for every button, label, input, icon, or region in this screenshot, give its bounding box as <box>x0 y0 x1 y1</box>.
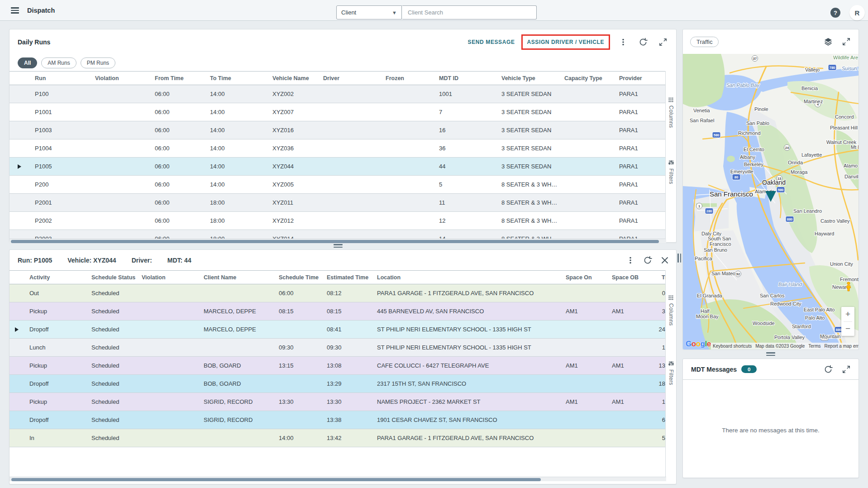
column-header[interactable]: Vehicle Type <box>496 75 559 81</box>
activity-row[interactable]: PickupScheduledBOB, GOARD13:1513:08CAFE … <box>10 357 666 375</box>
refresh-icon[interactable] <box>641 254 654 267</box>
expand-icon[interactable] <box>839 363 853 376</box>
more-options-icon[interactable] <box>624 254 637 267</box>
run-filter-chip[interactable]: PM Runs <box>81 57 115 68</box>
zoom-out-button[interactable]: − <box>841 322 854 336</box>
map-attribution-link[interactable]: Terms <box>806 344 822 349</box>
cell-activity: Dropoff <box>24 380 86 387</box>
panel-resize-handle-horizontal[interactable] <box>334 244 343 248</box>
run-summary-item: Driver: <box>132 257 152 264</box>
route-shield: 580 <box>777 187 785 193</box>
filters-tab[interactable]: Filters <box>666 160 676 184</box>
refresh-icon[interactable] <box>821 363 835 376</box>
columns-tab[interactable]: Columns <box>666 97 676 128</box>
assign-driver-vehicle-button[interactable]: ASSIGN DRIVER / VEHICLE <box>527 39 605 45</box>
cell-provider: PARA1 <box>614 91 666 97</box>
map-place-label: El Cerrito <box>744 147 764 152</box>
table-row[interactable]: P100406:0014:00XYZ036363 SEATER SEDANPAR… <box>10 139 666 158</box>
activity-hscrollbar[interactable] <box>10 477 666 481</box>
run-summary: Run: P1005Vehicle: XYZ044Driver:MDT: 44 <box>18 257 191 264</box>
table-row[interactable]: P200106:0018:00XYZ011118 SEATER & 3 WH…P… <box>10 194 666 212</box>
run-summary-item: Vehicle: XYZ044 <box>67 257 116 264</box>
column-header[interactable]: Frozen <box>380 75 434 81</box>
expand-icon[interactable] <box>656 35 670 49</box>
activity-row[interactable]: PickupScheduledMARCELO, DEPPE08:1508:154… <box>10 302 666 321</box>
map-attribution-link[interactable]: Report a map error <box>823 344 858 349</box>
street-view-pegman-icon[interactable] <box>845 282 852 292</box>
table-row[interactable]: P10006:0014:00XYZ00210013 SEATER SEDANPA… <box>10 85 666 103</box>
column-header[interactable]: MDT ID <box>434 75 496 81</box>
column-header[interactable]: Driver <box>318 75 380 81</box>
client-type-select[interactable]: Client ▼ <box>336 5 402 19</box>
column-header[interactable]: Schedule Status <box>86 274 136 281</box>
panel-resize-handle-horizontal[interactable] <box>766 352 775 356</box>
panel-resize-handle-vertical[interactable] <box>677 254 682 263</box>
filters-tab[interactable]: Filters <box>666 361 676 385</box>
run-filter-chip[interactable]: All <box>18 57 37 68</box>
column-header[interactable]: Space On <box>560 274 606 281</box>
route-shield: 24 <box>784 145 790 151</box>
run-filter-chip[interactable]: AM Runs <box>41 57 76 68</box>
column-header[interactable]: To Time <box>205 75 267 81</box>
activity-row[interactable]: InScheduled14:0013:42PARA1 GARAGE - 1 FI… <box>10 429 666 447</box>
client-search-input[interactable] <box>402 5 537 19</box>
hamburger-menu-icon[interactable] <box>11 7 19 14</box>
column-header[interactable]: From Time <box>149 75 205 81</box>
column-header[interactable]: Run <box>29 75 90 81</box>
layers-icon[interactable] <box>821 35 835 48</box>
columns-tab[interactable]: Columns <box>666 295 676 325</box>
zoom-in-button[interactable]: + <box>841 307 854 321</box>
cell-mdt: 5 <box>434 181 496 188</box>
close-icon[interactable] <box>658 254 672 267</box>
daily-runs-hscrollbar[interactable] <box>10 239 666 243</box>
table-row[interactable]: P100306:0014:00XYZ016163 SEATER SEDANPAR… <box>10 121 666 139</box>
column-header[interactable]: Vehicle Name <box>267 75 318 81</box>
send-message-button[interactable]: SEND MESSAGE <box>468 39 515 45</box>
cell-est: 08:15 <box>321 308 372 315</box>
column-header[interactable]: Estimated Time <box>321 274 372 281</box>
avatar[interactable]: R <box>849 5 865 20</box>
table-row[interactable]: P20006:0014:00XYZ00558 SEATER & 3 WH…PAR… <box>10 176 666 194</box>
cell-space_on: AM1 <box>560 398 606 405</box>
traffic-toggle-button[interactable]: Traffic <box>690 37 719 47</box>
activity-row[interactable]: OutScheduled06:0008:12PARA1 GARAGE - 1 F… <box>10 284 666 302</box>
svg-text:780: 780 <box>830 66 835 70</box>
map-canvas[interactable]: 377804580241380580128088092880101 Wildli… <box>683 54 858 349</box>
map-place-label: San Mateo <box>711 271 735 276</box>
column-header[interactable]: Schedule Time <box>273 274 321 281</box>
help-icon[interactable]: ? <box>830 8 840 18</box>
cell-to: 14:00 <box>205 163 267 170</box>
cell-from: 06:00 <box>149 199 205 206</box>
column-header[interactable]: Activity <box>24 274 86 281</box>
cell-status: Scheduled <box>86 398 136 405</box>
cell-location: ST PHILIP NERI ELEMENTARY SCHOOL - 1335 … <box>372 344 560 351</box>
more-options-icon[interactable] <box>616 35 630 49</box>
table-row[interactable]: P200306:0018:00XYZ014148 SEATER & 3 WH…P… <box>10 230 666 239</box>
table-row[interactable]: P100106:0014:00XYZ00773 SEATER SEDANPARA… <box>10 103 666 121</box>
activity-row[interactable]: DropoffScheduledBOB, GOARD13:292317 15TH… <box>10 375 666 393</box>
activity-row[interactable]: DropoffScheduledSIGRID, RECORD13:381901 … <box>10 411 666 429</box>
cell-run: P2002 <box>29 217 90 224</box>
column-header[interactable]: Provider <box>614 75 666 81</box>
column-header[interactable]: Tra <box>656 274 666 281</box>
column-header[interactable]: Capacity Type <box>559 75 614 81</box>
column-header[interactable]: Violation <box>90 75 149 81</box>
svg-text:1: 1 <box>698 204 700 208</box>
activity-row[interactable]: PickupScheduledSIGRID, RECORD13:3013:30N… <box>10 393 666 411</box>
cell-type: 8 SEATER & 3 WH… <box>496 217 559 224</box>
activity-row[interactable]: LunchScheduled09:3009:30ST PHILIP NERI E… <box>10 339 666 357</box>
column-header[interactable]: Location <box>372 274 560 281</box>
map-attribution-link[interactable]: Keyboard shortcuts <box>711 344 754 349</box>
map-place-label: Union City <box>830 261 853 267</box>
table-row[interactable]: P200206:0018:00XYZ012128 SEATER & 3 WH…P… <box>10 212 666 230</box>
expand-icon[interactable] <box>839 35 853 48</box>
map-place-label: Suisun Bay <box>842 66 858 71</box>
column-header[interactable]: Violation <box>136 274 198 281</box>
map-attribution-link[interactable]: Map data ©2023 Google <box>754 344 806 349</box>
refresh-icon[interactable] <box>636 35 650 49</box>
column-header[interactable]: Client Name <box>198 274 273 281</box>
column-header[interactable]: Space OB <box>606 274 656 281</box>
activity-row[interactable]: DropoffScheduledMARCELO, DEPPE08:41ST PH… <box>10 321 666 339</box>
cell-sched: 09:30 <box>273 344 321 351</box>
table-row[interactable]: P100506:0014:00XYZ044443 SEATER SEDANPAR… <box>10 158 666 176</box>
